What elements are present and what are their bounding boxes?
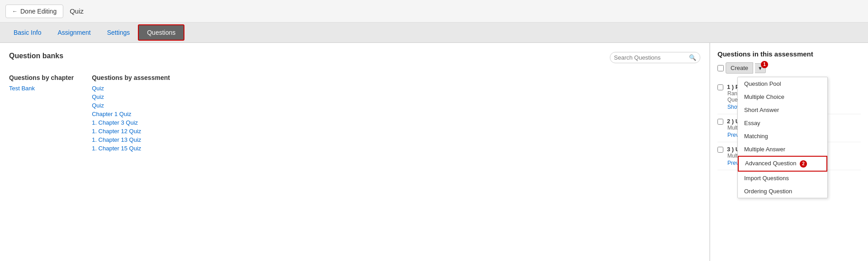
tab-basic-info[interactable]: Basic Info xyxy=(5,24,49,41)
assessment-link-7[interactable]: 1. Chapter 15 Quiz xyxy=(92,145,170,152)
search-bar-container: 🔍 xyxy=(610,52,700,63)
assessment-link-2[interactable]: Quiz xyxy=(92,102,170,109)
assessment-link-5[interactable]: 1. Chapter 12 Quiz xyxy=(92,128,170,135)
done-editing-label: Done Editing xyxy=(20,8,57,15)
quiz-label: Quiz xyxy=(70,7,84,15)
dropdown-advanced-question[interactable]: Advanced Question 2 xyxy=(738,156,827,172)
create-bar: Create ▼ 1 Question Pool Multiple Choice… xyxy=(717,62,861,74)
nav-bar: Basic Info Assignment Settings Questions xyxy=(0,23,868,43)
assessment-link-4[interactable]: 1. Chapter 3 Quiz xyxy=(92,119,170,126)
top-section: Question banks 🔍 xyxy=(9,52,700,70)
dropdown-ordering-question[interactable]: Ordering Question xyxy=(738,185,827,198)
tab-settings[interactable]: Settings xyxy=(99,24,138,41)
questions-by-chapter: Questions by chapter Test Bank xyxy=(9,74,74,154)
questions-by-chapter-title: Questions by chapter xyxy=(9,74,74,81)
assessment-link-0[interactable]: Quiz xyxy=(92,85,170,92)
tab-assignment[interactable]: Assignment xyxy=(49,24,99,41)
right-panel: Questions in this assessment Create ▼ 1 … xyxy=(710,43,868,261)
question-2-checkbox[interactable] xyxy=(717,119,723,125)
question-banks-title: Question banks xyxy=(9,52,610,60)
dropdown-short-answer[interactable]: Short Answer xyxy=(738,103,827,117)
search-icon-button[interactable]: 🔍 xyxy=(689,54,696,61)
select-all-checkbox[interactable] xyxy=(717,65,724,71)
questions-by-assessment: Questions by assessment Quiz Quiz Quiz C… xyxy=(92,74,170,154)
search-input-wrapper: 🔍 xyxy=(610,52,700,63)
test-bank-link[interactable]: Test Bank xyxy=(9,85,74,92)
create-dropdown-button[interactable]: ▼ 1 xyxy=(755,63,766,73)
right-panel-title: Questions in this assessment xyxy=(717,50,861,58)
assessment-link-6[interactable]: 1. Chapter 13 Quiz xyxy=(92,136,170,143)
question-1-checkbox[interactable] xyxy=(717,84,723,90)
dropdown-multiple-choice[interactable]: Multiple Choice xyxy=(738,90,827,103)
advanced-question-badge: 2 xyxy=(800,160,807,168)
tab-questions[interactable]: Questions xyxy=(138,24,184,41)
search-input[interactable] xyxy=(614,54,689,61)
top-bar: ← Done Editing Quiz xyxy=(0,0,868,23)
dropdown-question-pool[interactable]: Question Pool xyxy=(738,77,827,90)
dropdown-essay[interactable]: Essay xyxy=(738,117,827,130)
left-panel: Question banks 🔍 Questions by chapter Te… xyxy=(0,43,710,261)
assessment-link-1[interactable]: Quiz xyxy=(92,93,170,100)
questions-columns: Questions by chapter Test Bank Questions… xyxy=(9,74,700,154)
arrow-left-icon: ← xyxy=(12,8,18,14)
dropdown-menu: Question Pool Multiple Choice Short Answ… xyxy=(737,77,828,198)
questions-by-assessment-title: Questions by assessment xyxy=(92,74,170,81)
done-editing-button[interactable]: ← Done Editing xyxy=(5,5,63,18)
assessment-link-3[interactable]: Chapter 1 Quiz xyxy=(92,111,170,117)
create-button[interactable]: Create xyxy=(726,62,753,74)
dropdown-multiple-answer[interactable]: Multiple Answer xyxy=(738,143,827,156)
question-3-checkbox[interactable] xyxy=(717,147,723,153)
dropdown-matching[interactable]: Matching xyxy=(738,130,827,143)
dropdown-import-questions[interactable]: Import Questions xyxy=(738,172,827,185)
main-content: Question banks 🔍 Questions by chapter Te… xyxy=(0,43,868,261)
create-dropdown-badge: 1 xyxy=(761,61,768,68)
